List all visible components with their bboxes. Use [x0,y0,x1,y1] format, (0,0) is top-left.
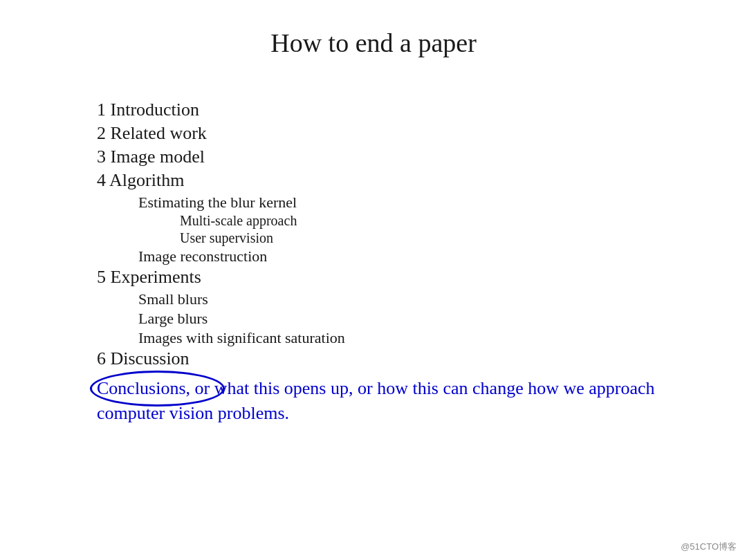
toc-item-4-1-1: Multi-scale approach [180,213,692,229]
toc-container: 1 Introduction 2 Related work 3 Image mo… [97,100,692,427]
toc-item-4-1-2: User supervision [180,230,692,246]
toc-item-5-2: Large blurs [138,310,692,328]
toc-item-3: 3 Image model [97,147,692,167]
toc-item-5: 5 Experiments [97,267,692,288]
watermark: @51CTO博客 [681,541,737,553]
toc-item-1: 1 Introduction [97,100,692,120]
toc-item-5-3: Images with significant saturation [138,329,692,347]
toc-item-2: 2 Related work [97,123,692,144]
toc-item-6: 6 Discussion [97,348,692,369]
toc-item-4-1: Estimating the blur kernel [138,194,692,212]
toc-item-4: 4 Algorithm [97,170,692,191]
conclusions-section: Conclusions, or what this opens up, or h… [97,376,692,427]
page-title: How to end a paper [55,28,692,58]
toc-item-4-2: Image reconstruction [138,248,692,265]
page-container: How to end a paper 1 Introduction 2 Rela… [0,0,747,560]
conclusions-text: Conclusions, or what this opens up, or h… [97,376,692,427]
toc-item-5-1: Small blurs [138,290,692,308]
